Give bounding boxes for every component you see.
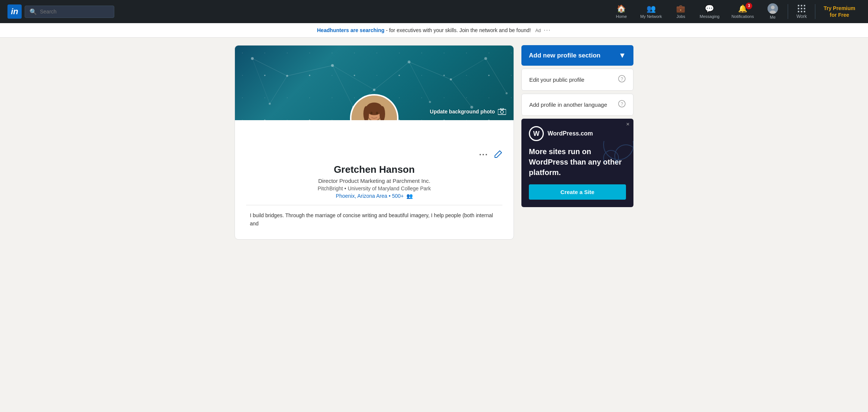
- nav-jobs-label: Jobs: [676, 14, 685, 19]
- ad-cta-button[interactable]: Create a Site: [529, 184, 626, 200]
- svg-line-30: [486, 59, 506, 93]
- nav-item-me[interactable]: Me: [760, 0, 785, 23]
- wordpress-logo: W: [529, 126, 544, 141]
- nav-network-label: My Network: [640, 14, 662, 19]
- search-bar[interactable]: 🔍: [25, 6, 114, 18]
- location-separator: •: [389, 193, 392, 199]
- svg-line-24: [252, 59, 287, 76]
- svg-rect-10: [801, 11, 802, 12]
- network-icon: 👥: [647, 4, 656, 13]
- nav-item-notifications[interactable]: 🔔 3 Notifications: [726, 1, 759, 22]
- question-circle-icon-2: ?: [618, 100, 626, 107]
- svg-line-34: [409, 62, 430, 102]
- more-options-button[interactable]: ···: [479, 150, 488, 160]
- svg-rect-7: [801, 8, 802, 9]
- profile-title: Director Product Marketing at Parchment …: [246, 178, 502, 184]
- pencil-icon: [494, 150, 502, 158]
- try-premium-button[interactable]: Try Premium for Free: [818, 2, 861, 21]
- add-section-label: Add new profile section: [529, 52, 601, 59]
- svg-rect-3: [798, 5, 799, 6]
- ad-dots-menu[interactable]: ···: [544, 27, 551, 33]
- profile-location: Phoenix, Arizona Area • 500+ 👥: [246, 193, 502, 199]
- svg-line-35: [451, 79, 472, 107]
- svg-point-38: [500, 110, 503, 113]
- svg-rect-5: [804, 5, 805, 6]
- svg-rect-37: [498, 109, 506, 115]
- nav-item-work[interactable]: Work: [791, 1, 812, 22]
- profile-divider: [246, 205, 502, 205]
- work-grid-icon: [797, 4, 806, 13]
- logo-text: in: [11, 7, 18, 16]
- avatar-silhouette: [768, 3, 778, 14]
- svg-point-22: [429, 101, 431, 103]
- profile-sub: PitchBright • University of Maryland Col…: [246, 185, 502, 191]
- svg-line-29: [451, 59, 486, 79]
- svg-rect-39: [500, 108, 503, 110]
- svg-point-47: [371, 112, 373, 115]
- location-text: Phoenix, Arizona Area: [336, 193, 387, 199]
- svg-text:?: ?: [621, 102, 623, 107]
- ad-decoration: [536, 141, 633, 163]
- svg-line-36: [252, 59, 270, 104]
- add-language-label: Add profile in another language: [529, 102, 607, 108]
- profile-card: Update background photo: [235, 45, 514, 240]
- ad-card-logo: W WordPress.com: [529, 126, 626, 141]
- svg-line-27: [374, 62, 409, 90]
- svg-rect-6: [798, 8, 799, 9]
- nav-item-messaging[interactable]: 💬 Messaging: [694, 1, 725, 22]
- ad-banner: Headhunters are searching - for executiv…: [0, 23, 868, 38]
- nav-divider-2: [815, 4, 815, 19]
- jobs-icon: 💼: [676, 4, 685, 13]
- svg-point-1: [771, 6, 775, 9]
- nav-item-mynetwork[interactable]: 👥 My Network: [635, 1, 667, 22]
- camera-icon: [498, 108, 506, 115]
- avatar-nav: [768, 3, 778, 14]
- add-profile-section-button[interactable]: Add new profile section ▼: [521, 45, 633, 66]
- right-sidebar: Add new profile section ▼ Edit your publ…: [521, 45, 633, 240]
- profile-actions: ···: [246, 150, 502, 160]
- profile-banner: Update background photo: [235, 46, 514, 120]
- edit-public-profile-button[interactable]: Edit your public profile ?: [521, 69, 633, 91]
- ad-card-close-button[interactable]: ✕: [626, 122, 630, 127]
- edit-profile-button[interactable]: [494, 150, 502, 160]
- profile-name: Gretchen Hanson: [246, 164, 502, 175]
- add-language-profile-button[interactable]: Add profile in another language ?: [521, 94, 633, 116]
- svg-text:?: ?: [621, 77, 623, 82]
- svg-line-28: [409, 62, 451, 79]
- try-premium-line1: Try Premium: [824, 5, 855, 11]
- svg-rect-4: [801, 5, 802, 6]
- search-input[interactable]: [40, 9, 109, 15]
- try-premium-line2: for Free: [830, 12, 849, 18]
- nav-home-label: Home: [616, 14, 627, 19]
- edit-public-label: Edit your public profile: [529, 77, 585, 83]
- ad-tag: Ad: [535, 28, 541, 33]
- messaging-icon: 💬: [705, 4, 714, 13]
- svg-rect-9: [798, 11, 799, 12]
- nav-divider: [788, 4, 788, 19]
- svg-line-25: [287, 65, 332, 76]
- nav-item-jobs[interactable]: 💼 Jobs: [669, 1, 693, 22]
- ad-brand-name: WordPress.com: [548, 130, 593, 137]
- notification-badge: 3: [745, 3, 752, 9]
- nav-item-home[interactable]: 🏠 Home: [609, 1, 633, 22]
- svg-line-31: [270, 76, 287, 104]
- nav-notifications-label: Notifications: [731, 14, 754, 19]
- ad-card: ✕ W WordPress.com More sites run on Word…: [521, 119, 633, 207]
- update-background-button[interactable]: Update background photo: [430, 108, 506, 115]
- home-icon: 🏠: [617, 4, 626, 13]
- edit-public-help-icon: ?: [618, 75, 626, 84]
- navbar: in 🔍 🏠 Home 👥 My Network 💼 Jobs 💬 Messag…: [0, 0, 868, 23]
- profile-summary: I build bridges. Through the marriage of…: [246, 211, 502, 228]
- nav-messaging-label: Messaging: [700, 14, 719, 19]
- nav-me-label: Me: [770, 15, 775, 19]
- linkedin-logo[interactable]: in: [7, 4, 22, 19]
- add-language-help-icon: ?: [618, 100, 626, 109]
- ad-banner-link[interactable]: Headhunters are searching: [317, 27, 385, 33]
- question-circle-icon: ?: [618, 75, 626, 82]
- connections-count: 500+: [392, 193, 404, 199]
- nav-work-label: Work: [796, 14, 807, 19]
- svg-point-48: [376, 112, 378, 115]
- search-icon: 🔍: [30, 8, 37, 15]
- nav-items: 🏠 Home 👥 My Network 💼 Jobs 💬 Messaging 🔔…: [609, 0, 861, 23]
- add-section-arrow: ▼: [619, 51, 626, 60]
